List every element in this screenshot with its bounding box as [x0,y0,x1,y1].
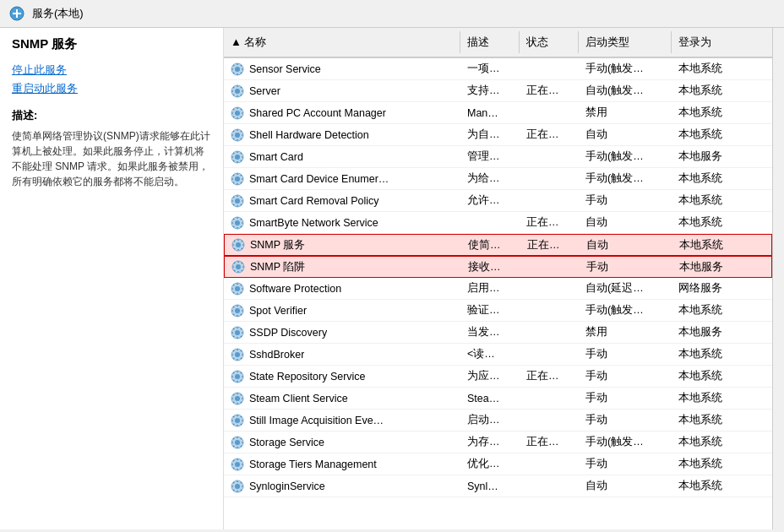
service-icon [231,480,244,493]
svg-point-30 [235,374,240,379]
table-row[interactable]: Storage Tiers Management优化…手动本地系统 [224,453,772,475]
svg-point-36 [235,440,240,445]
service-desc: 优化… [460,454,520,474]
svg-point-20 [236,264,241,269]
service-name-cell: SynloginService [224,477,460,496]
service-status [520,484,579,489]
table-row[interactable]: Smart Card Removal Policy允许…手动本地系统 [224,190,772,212]
service-login: 本地系统 [672,213,748,232]
service-login: 网络服务 [672,279,748,298]
svg-point-26 [235,330,240,335]
svg-point-8 [235,133,240,138]
svg-point-28 [235,352,240,357]
service-desc: 允许… [460,191,520,210]
service-startup: 自动 [580,236,672,255]
table-row[interactable]: SNMP 服务使简…正在…自动本地系统 [224,234,772,256]
service-desc: Man… [460,105,520,122]
col-startup[interactable]: 启动类型 [579,31,672,53]
stop-service-link[interactable]: 停止此服务 [12,62,211,78]
service-name-text: Shared PC Account Manager [249,107,386,119]
table-row[interactable]: Spot Verifier验证…手动(触发…本地系统 [224,300,772,322]
table-row[interactable]: Shared PC Account ManagerMan…禁用本地系统 [224,102,772,124]
col-login[interactable]: 登录为 [672,31,748,53]
service-icon [231,128,244,142]
service-name-text: Smart Card Device Enumer… [249,173,389,185]
table-row[interactable]: Steam Client ServiceStea…手动本地系统 [224,388,772,410]
service-name-text: Software Protection [249,283,341,295]
svg-point-12 [235,176,240,182]
service-startup: 自动 [579,125,672,144]
service-icon [231,414,244,427]
service-startup: 手动(触发… [579,432,672,452]
service-login: 本地系统 [672,191,748,210]
service-login: 本地系统 [672,59,748,79]
service-name-cell: State Repository Service [224,367,460,386]
table-row[interactable]: SynloginServiceSynl…自动本地系统 [224,475,772,497]
service-icon [231,260,245,274]
service-login: 本地系统 [672,125,748,144]
table-row[interactable]: State Repository Service为应…正在…手动本地系统 [224,366,772,388]
service-status [520,176,579,182]
service-icon [231,348,244,361]
service-name-cell: Software Protection [224,280,460,298]
service-status: 正在… [520,213,579,232]
svg-point-18 [236,242,241,247]
table-row[interactable]: SSDP Discovery当发…禁用本地服务 [224,322,772,344]
service-startup: 自动(触发… [579,81,672,100]
table-row[interactable]: Smart Card Device Enumer…为给…手动(触发…本地系统 [224,168,772,190]
service-startup: 手动 [579,454,672,474]
service-name-cell: Shell Hardware Detection [224,126,460,144]
service-status: 正在… [520,81,579,100]
service-name-cell: Steam Client Service [224,389,460,408]
service-icon [231,282,244,296]
service-name-text: Spot Verifier [249,305,307,317]
service-desc: 一项… [460,59,520,79]
service-login: 本地系统 [672,476,748,496]
service-login: 本地系统 [672,301,748,320]
service-name-cell: SmartByte Network Service [224,214,460,232]
service-desc: Stea… [460,390,520,407]
main-container: SNMP 服务 停止此服务 重启动此服务 描述: 使简单网络管理协议(SNMP)… [0,28,784,529]
table-row[interactable]: Still Image Acquisition Eve…启动…手动本地系统 [224,410,772,432]
service-startup: 自动 [579,213,672,232]
service-status: 正在… [520,236,580,255]
service-name-text: SNMP 服务 [250,238,305,252]
col-status[interactable]: 状态 [520,31,579,53]
table-row[interactable]: SNMP 陷阱接收…手动本地服务 [224,256,772,278]
service-status: 正在… [520,366,579,386]
service-name-text: Shell Hardware Detection [249,129,369,141]
table-row[interactable]: Server支持…正在…自动(触发…本地系统 [224,80,772,102]
table-body[interactable]: Sensor Service一项…手动(触发…本地系统 Server支持…正在…… [224,58,772,529]
service-login: 本地系统 [672,366,748,386]
service-desc: <读… [460,345,520,364]
svg-point-4 [235,89,240,94]
table-row[interactable]: Smart Card管理…手动(触发…本地服务 [224,146,772,168]
service-desc: 接收… [461,258,520,277]
table-row[interactable]: Shell Hardware Detection为自…正在…自动本地系统 [224,124,772,146]
restart-service-link[interactable]: 重启动此服务 [12,81,211,96]
service-startup: 手动(触发… [579,169,672,188]
table-row[interactable]: Storage Service为存…正在…手动(触发…本地系统 [224,432,772,453]
scrollbar[interactable] [772,28,784,529]
service-name-text: Storage Service [249,437,324,448]
service-icon [231,172,244,186]
service-name-cell: Sensor Service [224,60,460,79]
service-icon [231,194,244,208]
service-name-cell: SNMP 服务 [225,236,461,255]
svg-point-38 [235,462,240,467]
service-startup: 手动(触发… [579,147,672,166]
left-panel: SNMP 服务 停止此服务 重启动此服务 描述: 使简单网络管理协议(SNMP)… [0,28,224,529]
table-row[interactable]: SmartByte Network Service正在…自动本地系统 [224,212,772,234]
service-desc: Synl… [460,478,520,495]
service-desc: 当发… [460,323,520,342]
table-row[interactable]: SshdBroker<读…手动本地系统 [224,344,772,366]
table-row[interactable]: Sensor Service一项…手动(触发…本地系统 [224,58,772,80]
service-status [520,155,579,160]
service-icon [231,392,244,405]
table-row[interactable]: Software Protection启用…自动(延迟…网络服务 [224,278,772,300]
service-name-cell: Still Image Acquisition Eve… [224,411,460,430]
col-desc[interactable]: 描述 [460,31,520,53]
col-name[interactable]: ▲ 名称 [224,31,460,53]
service-desc: 管理… [460,147,520,166]
service-icon [231,238,245,252]
